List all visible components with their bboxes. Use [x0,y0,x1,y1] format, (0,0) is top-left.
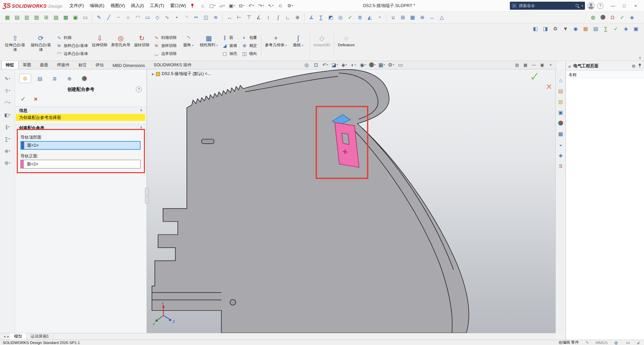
rectangle-icon[interactable]: ▭ [143,13,152,22]
collapse-ribbon-icon[interactable]: ∧ [639,56,641,60]
pdm-toolbar-icon[interactable]: ◍ [588,13,598,22]
name-column-header[interactable]: 名称 [566,71,644,78]
intersect-button[interactable]: ⊗相交 [240,42,259,49]
vertical-dimension-icon[interactable]: ⊤ [244,13,254,22]
open-file-icon[interactable]: ▱▾ [217,2,227,10]
boundary-cut-button[interactable]: ◡边界切除 [152,50,178,57]
select-icon[interactable]: ↖▾ [266,2,275,10]
electrical-tools-icon[interactable]: Ω [608,13,617,22]
trim-entities-icon[interactable]: ✂ [192,13,201,22]
flyout-dimxpert-icon[interactable]: ⊕▾ [1,147,14,155]
offset-entities-icon[interactable]: ≋ [211,13,220,22]
hole-table-icon[interactable]: ⊞ [42,13,51,22]
general-table-icon[interactable]: ▭ [80,13,90,22]
menu-edit[interactable]: 编辑(E) [87,1,107,10]
home-icon[interactable]: ⌂ [198,2,207,10]
confirm-cancel-icon[interactable]: × [546,82,552,92]
selection-filter-icon[interactable]: ▼ [561,24,570,33]
lofted-cut-button[interactable]: ≋放样切除 [152,42,178,49]
extruded-boss-button[interactable]: ⇧拉伸凸台/基体 [3,32,28,57]
tab-features[interactable]: 特征 [1,61,18,69]
part-body[interactable] [152,70,469,333]
file-explorer-icon[interactable]: ▥ [556,98,566,106]
measure-icon[interactable]: ∡ [307,13,316,22]
draft-button[interactable]: ◢拔模 [220,42,239,49]
rib-button[interactable]: ∥筋 [220,34,239,41]
inspection-pane-icon[interactable]: ✓ [611,24,621,33]
search-icon[interactable] [575,4,580,8]
zoom-area-icon[interactable]: ⊡ [311,61,321,69]
centerline-icon[interactable]: ┄ [114,13,123,22]
propertymanager-tab[interactable]: ⚙ [19,74,31,83]
curvature-icon[interactable]: ◔ [375,13,384,22]
spline-icon[interactable]: ∿ [162,13,172,22]
menu-view[interactable]: 视图(V) [107,1,128,10]
pane-gear-icon[interactable]: ⚙ [632,64,636,69]
options-icon[interactable]: ⚙▾ [285,2,295,10]
doc-minimize-icon[interactable]: — [530,62,538,68]
search-input[interactable] [518,3,574,8]
hide-show-types-icon[interactable]: ◉ [571,24,580,33]
costing-pane-icon[interactable]: ∑ [601,24,610,33]
pane-pin-icon[interactable] [638,63,642,69]
revolved-cut-button[interactable]: ↻旋转切除 [133,32,151,57]
flyout-sketch-icon[interactable]: ✎▾ [1,75,14,82]
tab-annotation[interactable]: 标注 [74,61,91,69]
defeature-button[interactable]: ◌Defeature [336,32,356,57]
boundary-boss-button[interactable]: ◠边界凸台/基体 [54,50,90,57]
rail-front-face-field[interactable]: 面<2> [20,160,141,168]
configurationmanager-tab[interactable]: ≣ [49,74,61,83]
check-geometry-icon[interactable]: ✓ [345,13,355,22]
edit-appearance-icon[interactable]: ▾ [368,61,377,69]
schedule-pane-icon[interactable]: ▤ [591,24,600,33]
punch-table-icon[interactable]: ▩ [61,13,70,22]
user-avatar[interactable] [587,2,595,9]
flyout-tools-icon[interactable]: ⚙▾ [1,159,14,167]
flyout-sheetmetal-icon[interactable]: ◧▾ [1,111,14,119]
collapse-pane-icon[interactable]: « [568,63,571,69]
doc-cascade-icon[interactable]: ▤ [513,62,521,68]
composer-tools-icon[interactable]: ◈ [627,13,637,22]
search-caret-icon[interactable]: ▾ [582,4,583,7]
hole-wizard-button[interactable]: ◎异型孔向导 [110,32,132,57]
toolbox-pane-icon[interactable]: ▦ [581,24,590,33]
graphics-area[interactable]: ▶ DS2.5-接地端子 (默认) <... ✓ × X Y Z [147,69,555,333]
swept-boss-button[interactable]: ∿扫描 [54,34,90,41]
pm-ok-button[interactable]: ✓ [20,95,26,103]
mirror-button[interactable]: ◫镜向 [240,50,259,57]
tab-mbd-dimensions[interactable]: MBD Dimensions [108,62,150,69]
undo-icon[interactable]: ↶▾ [247,2,256,10]
view-orientation-icon[interactable]: ◈▾ [339,61,349,69]
angle-dimension-icon[interactable]: ∠ [254,13,263,22]
line-icon[interactable]: ╱ [104,13,113,22]
model-tab[interactable]: 模型 [10,333,26,340]
sketch-fillet-icon[interactable]: ◝ [182,13,191,22]
previous-view-icon[interactable]: ↶▾ [321,61,330,69]
doc-tile-icon[interactable]: ▦ [521,62,530,68]
design-table-icon[interactable]: ▤ [12,13,22,22]
task-pane-body[interactable] [566,78,644,340]
mirror-entities-icon[interactable]: ◫ [201,13,211,22]
doc-close-icon[interactable]: × [546,62,555,68]
featuremanager-tab[interactable]: ▤ [34,74,46,83]
help-icon[interactable]: ? [597,3,603,9]
tab-scroll-right-icon[interactable]: ▸ [6,335,10,338]
linear-pattern-button[interactable]: ▦线性阵列 ▾ [199,32,219,57]
arc-icon[interactable]: ◠ [133,13,143,22]
pm-cancel-button[interactable]: × [34,95,38,103]
draft-analysis-icon[interactable]: ◭ [365,13,374,22]
curves-button[interactable]: ∫曲线 ▾ [289,32,307,57]
auto-relation-icon[interactable]: ⊕ [293,13,302,22]
save-icon[interactable]: ▣▾ [227,2,236,10]
menu-tools[interactable]: 工具(T) [147,1,167,10]
weldment-cutlist-icon[interactable]: ▣ [71,13,80,22]
expand-arrow-icon[interactable]: ▶ [152,72,154,76]
dimxpertmanager-tab[interactable]: ⊕ [63,74,75,83]
section-view-icon[interactable]: ◪▾ [330,61,339,69]
menu-file[interactable]: 文件(F) [66,1,87,10]
sketch-icon[interactable]: ✎ [94,13,104,22]
insert-component-icon[interactable]: ⊞ [398,13,408,22]
appearances-scenes-icon[interactable] [556,119,566,127]
mate-icon[interactable]: ∪ [388,13,398,22]
pm-help-icon[interactable]: ? [136,86,142,92]
